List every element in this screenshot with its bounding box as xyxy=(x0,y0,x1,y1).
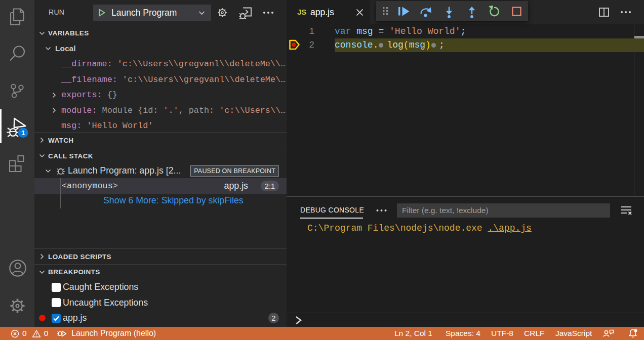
svg-text:1: 1 xyxy=(21,129,25,137)
